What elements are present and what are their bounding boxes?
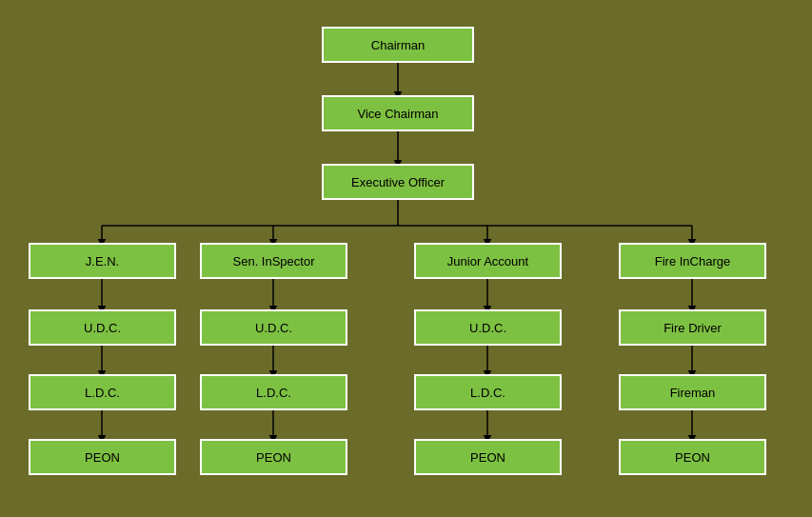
node-fi-driver: Fire Driver bbox=[619, 309, 766, 346]
node-ja-peon: PEON bbox=[414, 439, 562, 475]
org-chart: Chairman Vice Chairman Executive Officer… bbox=[0, 0, 812, 517]
node-junior-account: Junior Account bbox=[414, 243, 562, 279]
node-jen-peon: PEON bbox=[29, 439, 176, 475]
node-jen: J.E.N. bbox=[29, 243, 176, 279]
node-fi-fireman: Fireman bbox=[619, 374, 766, 410]
node-executive-officer: Executive Officer bbox=[322, 164, 474, 200]
node-sen-inspector: Sen. InSpector bbox=[200, 243, 347, 279]
node-ja-udc: U.D.C. bbox=[414, 309, 562, 346]
node-fi-peon: PEON bbox=[619, 439, 766, 475]
node-si-udc: U.D.C. bbox=[200, 309, 347, 346]
node-si-ldc: L.D.C. bbox=[200, 374, 347, 410]
node-ja-ldc: L.D.C. bbox=[414, 374, 562, 410]
node-jen-udc: U.D.C. bbox=[29, 309, 176, 346]
node-chairman: Chairman bbox=[322, 27, 474, 63]
node-vice-chairman: Vice Chairman bbox=[322, 95, 474, 131]
node-jen-ldc: L.D.C. bbox=[29, 374, 176, 410]
node-si-peon: PEON bbox=[200, 439, 347, 475]
node-fire-incharge: Fire InCharge bbox=[619, 243, 766, 279]
